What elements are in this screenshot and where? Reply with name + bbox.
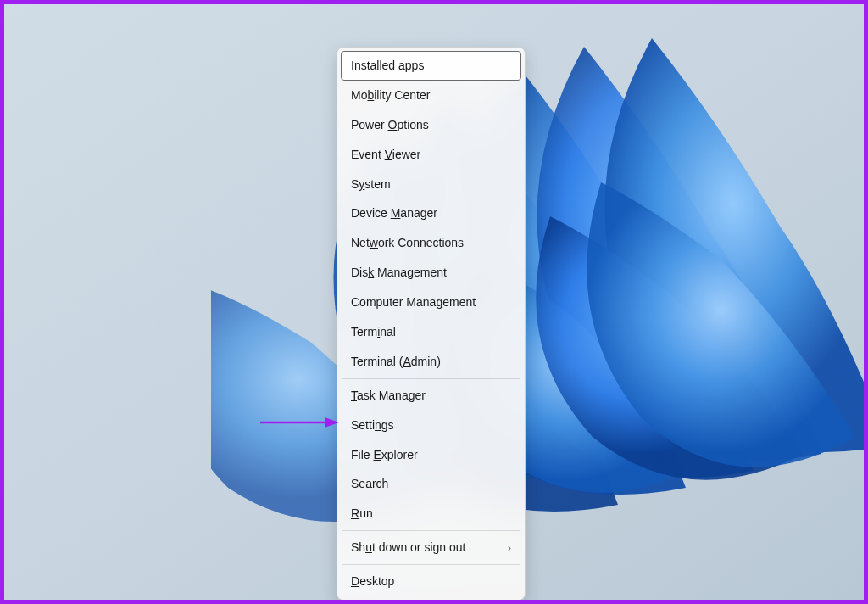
menu-item-task-manager[interactable]: Task Manager (341, 381, 521, 411)
menu-separator (342, 564, 520, 565)
menu-item-desktop[interactable]: Desktop (341, 567, 521, 596)
menu-separator (342, 378, 520, 379)
menu-item-label: Event Viewer (351, 147, 420, 163)
menu-item-label: File Explorer (351, 447, 418, 463)
menu-item-disk-management[interactable]: Disk Management (341, 258, 521, 288)
menu-item-shut-down-sign-out[interactable]: Shut down or sign out› (341, 533, 521, 562)
menu-item-label: Desktop (351, 573, 394, 590)
menu-item-device-manager[interactable]: Device Manager (341, 199, 521, 228)
menu-item-label: System (351, 176, 391, 193)
menu-item-label: Network Connections (351, 235, 464, 251)
menu-item-label: Run (351, 506, 373, 522)
menu-item-label: Terminal (351, 324, 396, 340)
menu-separator (342, 530, 520, 531)
menu-item-label: Device Manager (351, 205, 437, 221)
menu-item-run[interactable]: Run (341, 499, 521, 528)
menu-item-terminal-admin[interactable]: Terminal (Admin) (341, 347, 521, 377)
menu-item-label: Installed apps (351, 58, 424, 74)
menu-item-settings[interactable]: Settings (341, 411, 521, 440)
menu-item-event-viewer[interactable]: Event Viewer (341, 140, 521, 170)
menu-item-terminal[interactable]: Terminal (341, 317, 521, 347)
menu-item-network-connections[interactable]: Network Connections (341, 228, 521, 258)
menu-item-label: Settings (351, 417, 394, 433)
menu-item-label: Task Manager (351, 388, 426, 404)
menu-item-label: Search (351, 476, 388, 492)
menu-item-mobility-center[interactable]: Mobility Center (341, 81, 521, 110)
menu-item-label: Mobility Center (351, 87, 430, 103)
menu-item-label: Terminal (Admin) (351, 354, 441, 370)
menu-item-label: Shut down or sign out (351, 540, 465, 556)
menu-item-installed-apps[interactable]: Installed apps (341, 51, 521, 81)
menu-item-label: Disk Management (351, 265, 447, 281)
menu-item-label: Power Options (351, 117, 429, 133)
chevron-right-icon: › (508, 541, 511, 555)
menu-item-computer-management[interactable]: Computer Management (341, 288, 521, 317)
menu-item-system[interactable]: System (341, 170, 521, 199)
menu-item-power-options[interactable]: Power Options (341, 110, 521, 140)
winx-context-menu[interactable]: Installed appsMobility CenterPower Optio… (337, 47, 526, 601)
menu-item-label: Computer Management (351, 294, 476, 310)
menu-item-search[interactable]: Search (341, 469, 521, 499)
menu-item-file-explorer[interactable]: File Explorer (341, 440, 521, 470)
bloom-wallpaper (211, 4, 864, 600)
